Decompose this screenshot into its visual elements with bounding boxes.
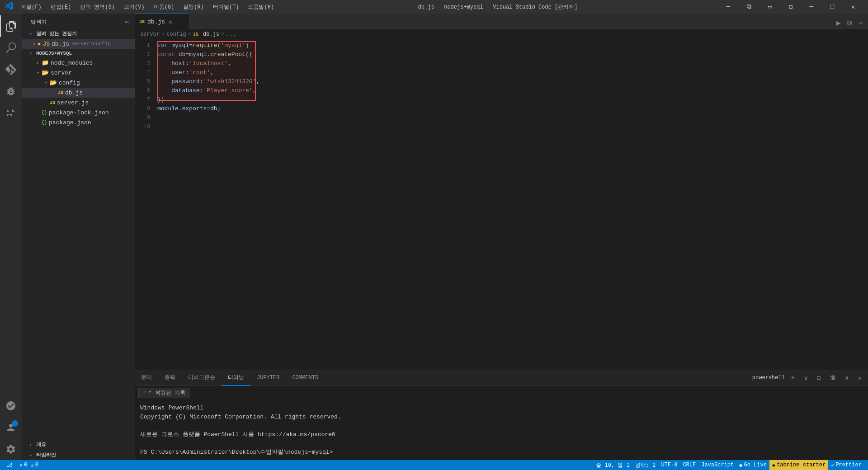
terminal-tab-restored[interactable]: * * 복원된 기록 — [138, 388, 190, 398]
file-dot-icon: ● — [38, 41, 41, 47]
close-button[interactable]: ✕ — [843, 0, 863, 14]
tree-db.js[interactable]: JS db.js — [22, 88, 135, 98]
language-label: JavaScript — [701, 462, 734, 468]
tree-config[interactable]: 📂 config — [22, 78, 135, 88]
timeline-section[interactable]: 타임라인 — [22, 450, 135, 460]
minimize2-button[interactable]: ─ — [801, 0, 822, 14]
split-editor-icon[interactable]: ⧉ — [845, 17, 854, 29]
code-editor[interactable]: 1 var mysql=require('mysql') 2 const db=… — [135, 39, 868, 370]
warning-icon: ⚠ — [30, 462, 33, 469]
panel-tab-jupyter[interactable]: JUPYTER — [250, 370, 286, 386]
project-section[interactable]: NODEJS+MYSQL — [22, 49, 135, 58]
go-live-status[interactable]: ◉ Go Live — [736, 460, 769, 470]
language-status[interactable]: JavaScript — [698, 460, 736, 470]
terminal-line-5 — [140, 439, 863, 448]
open-file-db.js[interactable]: ✕ ● JS db.js server\config — [22, 39, 135, 49]
cursor-pos-label: 줄 10, 열 1 — [596, 461, 629, 469]
tree-package-json[interactable]: {} package.json — [22, 118, 135, 127]
extensions-activity-icon[interactable] — [0, 102, 22, 124]
close-panel-icon[interactable]: ✕ — [855, 373, 864, 383]
code-line-3: 3 host:'localhost', — [135, 59, 868, 68]
minimize-button[interactable]: ─ — [718, 0, 739, 14]
account-activity-icon[interactable] — [0, 417, 22, 438]
line-num-10: 10 — [135, 122, 157, 132]
layout-button[interactable]: ⊟ — [780, 0, 801, 14]
prettier-icon: ✓ — [831, 462, 834, 469]
line-endings-status[interactable]: CRLF — [680, 460, 698, 470]
close-file-icon[interactable]: ✕ — [33, 41, 36, 47]
terminal-content[interactable]: Windows PowerShell Copyright (C) Microso… — [135, 400, 868, 460]
more-actions-icon[interactable]: ⋯ — [856, 17, 864, 29]
menu-go[interactable]: 이동(G) — [150, 2, 178, 12]
tab-close-icon[interactable]: ✕ — [168, 17, 173, 27]
line-content-6: database:'Player_score', — [157, 86, 868, 95]
git-activity-icon[interactable] — [0, 59, 22, 80]
ps-prompt-text: PS C:\Users\Administrator\Desktop\수업파일\n… — [140, 449, 333, 456]
activity-bar — [0, 14, 22, 460]
menu-edit[interactable]: 편집(E) — [47, 2, 75, 12]
menu-view[interactable]: 보기(V) — [120, 2, 148, 12]
folder-icon-server: 📂 — [42, 69, 49, 76]
open-editors-section[interactable]: 열려 있는 편집기 — [22, 28, 135, 39]
panel-tab-debug[interactable]: 디버그콘솔 — [182, 370, 222, 386]
code-line-6: 6 database:'Player_score', — [135, 86, 868, 95]
node-modules-label: node_modules — [51, 60, 93, 66]
tree-node_modules[interactable]: 📁 node_modules — [22, 58, 135, 68]
split-terminal-icon[interactable]: ⊟ — [814, 373, 823, 383]
open-filepath: server\config — [72, 41, 111, 47]
new-file-icon[interactable]: ⋯ — [125, 18, 129, 26]
menu-run[interactable]: 실행(R) — [179, 2, 208, 12]
git-branch-status[interactable]: ⎇ — [4, 460, 17, 470]
open-filename: db.js — [52, 41, 69, 47]
code-line-9: 9 — [135, 113, 868, 122]
panel-tab-terminal[interactable]: 터미널 — [222, 370, 250, 386]
encoding-status[interactable]: UTF-8 — [658, 460, 680, 470]
terminal-dropdown-icon[interactable]: ∨ — [801, 373, 810, 383]
panel-tab-output[interactable]: 출력 — [158, 370, 182, 386]
outline-label: 개요 — [36, 441, 46, 448]
new-terminal-icon[interactable]: + — [788, 373, 797, 383]
panel-tab-comments[interactable]: COMMENTS — [286, 370, 325, 386]
maximize-panel-icon[interactable]: ∧ — [842, 373, 851, 383]
breadcrumb-config[interactable]: config — [166, 31, 186, 38]
run-icon[interactable]: ▶ — [835, 17, 843, 29]
debug-activity-icon[interactable] — [0, 80, 22, 102]
breadcrumb-server[interactable]: server — [140, 31, 160, 38]
maximize-button[interactable]: ⧉ — [739, 0, 760, 14]
menu-terminal[interactable]: 터미널(T) — [209, 2, 243, 12]
menu-file[interactable]: 파일(F) — [17, 2, 45, 12]
terminal-line-2: Copyright (C) Microsoft Corporation. All… — [140, 413, 863, 422]
project-label: NODEJS+MYSQL — [36, 51, 72, 56]
panel-tabs: 문제 출력 디버그콘솔 터미널 JUPYTER COMMENTS powersh… — [135, 370, 868, 386]
menu-help[interactable]: 도움말(H) — [244, 2, 278, 12]
tree-server[interactable]: 📂 server — [22, 68, 135, 78]
remote-activity-icon[interactable] — [0, 395, 22, 417]
search-activity-icon[interactable] — [0, 37, 22, 59]
breadcrumb-sep2: > — [188, 31, 191, 38]
tree-server.js[interactable]: JS server.js — [22, 98, 135, 108]
spaces-status[interactable]: 공백: 2 — [632, 460, 659, 470]
line-endings-label: CRLF — [683, 462, 696, 468]
breadcrumb-file[interactable]: JS db.js — [193, 31, 219, 38]
spaces-label: 공백: 2 — [635, 461, 656, 469]
menu-selection[interactable]: 선택 영역(S) — [76, 2, 118, 12]
package-lock-label: package-lock.json — [49, 109, 109, 116]
restore-button[interactable]: □ — [822, 0, 843, 14]
window-title: db.js - nodejs+mysql - Visual Studio Cod… — [278, 3, 718, 11]
files-activity-icon[interactable] — [0, 15, 22, 37]
tabnine-status[interactable]: ◈ tabnine starter — [769, 460, 828, 470]
errors-status[interactable]: ✕ 0 ⚠ 0 — [17, 460, 41, 470]
maximize2-button[interactable]: ▭ — [760, 0, 780, 14]
cursor-pos-status[interactable]: 줄 10, 열 1 — [593, 460, 632, 470]
sidebar: 탐색기 ⋯ 열려 있는 편집기 ✕ ● JS db.js server\conf… — [22, 14, 135, 460]
delete-terminal-icon[interactable]: 🗑 — [827, 373, 839, 383]
outline-section[interactable]: 개요 — [22, 439, 135, 450]
go-live-icon: ◉ — [739, 462, 742, 469]
breadcrumb-extra[interactable]: ... — [226, 31, 236, 38]
tab-db.js[interactable]: JS db.js ✕ — [135, 14, 189, 29]
settings-activity-icon[interactable] — [0, 438, 22, 460]
line-content-3: host:'localhost', — [157, 59, 868, 68]
tree-package-lock[interactable]: {} package-lock.json — [22, 108, 135, 118]
prettier-status[interactable]: ✓ Prettier — [828, 460, 864, 470]
panel-tab-problems[interactable]: 문제 — [135, 370, 158, 386]
